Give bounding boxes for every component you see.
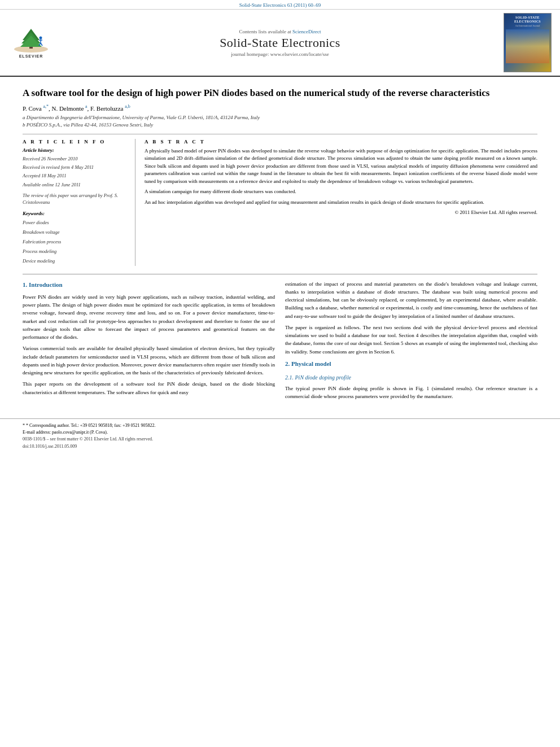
available-date: Available online 12 June 2011	[23, 181, 128, 189]
cover-title: SOLID-STATEELECTRONICS	[514, 16, 541, 24]
reviewer-note: The review of this paper was arranged by…	[23, 193, 128, 206]
abstract-para-1: A physically based model of power PiN di…	[145, 147, 537, 186]
section2-sub1-para1: The typical power PiN diode doping profi…	[285, 385, 537, 401]
affiliation-b: b POSÉICO S.p.A., via Pillea 42-44, 1615…	[23, 121, 537, 129]
accepted-date: Accepted 18 May 2011	[23, 172, 128, 180]
article-info-col: A R T I C L E I N F O Article history: R…	[23, 139, 135, 266]
received-date: Received 26 November 2010	[23, 155, 128, 163]
article-info-abstract: A R T I C L E I N F O Article history: R…	[23, 134, 537, 266]
elsevier-logo: ELSEVIER	[6, 28, 56, 58]
keywords-label: Keywords:	[23, 211, 128, 216]
keyword-2: Breakdown voltage	[23, 228, 128, 237]
copyright: © 2011 Elsevier Ltd. All rights reserved…	[145, 209, 537, 215]
section2-heading: 2. Physical model	[285, 359, 537, 369]
history-label: Article history:	[23, 147, 128, 153]
keyword-3: Fabrication process	[23, 237, 128, 247]
article-dates: Received 26 November 2010 Received in re…	[23, 155, 128, 189]
keyword-4: Process modeling	[23, 247, 128, 256]
abstract-para-3: An ad hoc interpolation algorithm was de…	[145, 199, 537, 207]
journal-citation: Solid-State Electronics 63 (2011) 60–69	[239, 2, 321, 8]
abstract-col: A B S T R A C T A physically based model…	[145, 139, 537, 266]
section1-para1: Power PiN diodes are widely used in very…	[23, 293, 275, 342]
abstract-label: A B S T R A C T	[145, 139, 537, 145]
abstract-para-2: A simulation campaign for many different…	[145, 188, 537, 196]
footnote-star: * * Corresponding author. Tel.: +39 0521…	[23, 422, 537, 429]
journal-top-bar: Solid-State Electronics 63 (2011) 60–69	[0, 0, 560, 10]
journal-cover: SOLID-STATEELECTRONICS An International …	[504, 13, 554, 72]
section1-para5: The paper is organized as follows. The n…	[285, 324, 537, 356]
section1-para3: This paper reports on the development of…	[23, 380, 275, 396]
section-divider	[23, 274, 537, 274]
contents-line: Contents lists available at ScienceDirec…	[62, 29, 498, 34]
elsevier-logo-image	[11, 28, 51, 53]
sciencedirect-link[interactable]: ScienceDirect	[292, 29, 321, 34]
cover-subtitle: An International Journal	[515, 24, 540, 27]
footnote-email: E-mail address: paolo.cova@unipr.it (P. …	[23, 429, 537, 436]
cover-image	[506, 29, 549, 63]
article-info-label: A R T I C L E I N F O	[23, 139, 128, 145]
journal-header: ELSEVIER Contents lists available at Sci…	[0, 10, 560, 77]
section1-para4: estimation of the impact of process and …	[285, 280, 537, 320]
main-content: A software tool for the design of high p…	[0, 77, 560, 410]
revised-date: Received in revised form 4 May 2011	[23, 163, 128, 172]
affiliations: a Dipartimento di Ingegneria dell'Inform…	[23, 114, 537, 129]
page-footer: * * Corresponding author. Tel.: +39 0521…	[0, 418, 560, 454]
keywords-list: Power diodes Breakdown voltage Fabricati…	[23, 218, 128, 266]
journal-header-center: Contents lists available at ScienceDirec…	[62, 29, 498, 57]
footer-issn: 0038-1101/$ – see front matter © 2011 El…	[23, 436, 537, 451]
abstract-text: A physically based model of power PiN di…	[145, 147, 537, 207]
journal-title: Solid-State Electronics	[62, 36, 498, 50]
affiliation-a: a Dipartimento di Ingegneria dell'Inform…	[23, 114, 537, 122]
paper-title: A software tool for the design of high p…	[23, 87, 537, 99]
section1-para2: Various commercial tools are available f…	[23, 344, 275, 377]
body-col-left: 1. Introduction Power PiN diodes are wid…	[23, 280, 275, 404]
svg-point-5	[40, 36, 42, 39]
svg-line-9	[41, 43, 42, 46]
body-col-right: estimation of the impact of process and …	[285, 280, 537, 404]
authors: P. Cova a,*, N. Delmonte a, F. Bertoluzz…	[23, 104, 537, 112]
section2-sub1-heading: 2.1. PiN diode doping profile	[285, 373, 537, 382]
body-content: 1. Introduction Power PiN diodes are wid…	[23, 280, 537, 404]
keyword-1: Power diodes	[23, 218, 128, 228]
journal-homepage: journal homepage: www.elsevier.com/locat…	[62, 51, 498, 57]
keyword-5: Device modeling	[23, 256, 128, 266]
elsevier-label: ELSEVIER	[19, 54, 43, 58]
journal-cover-box: SOLID-STATEELECTRONICS An International …	[504, 13, 552, 72]
section1-heading: 1. Introduction	[23, 280, 275, 290]
